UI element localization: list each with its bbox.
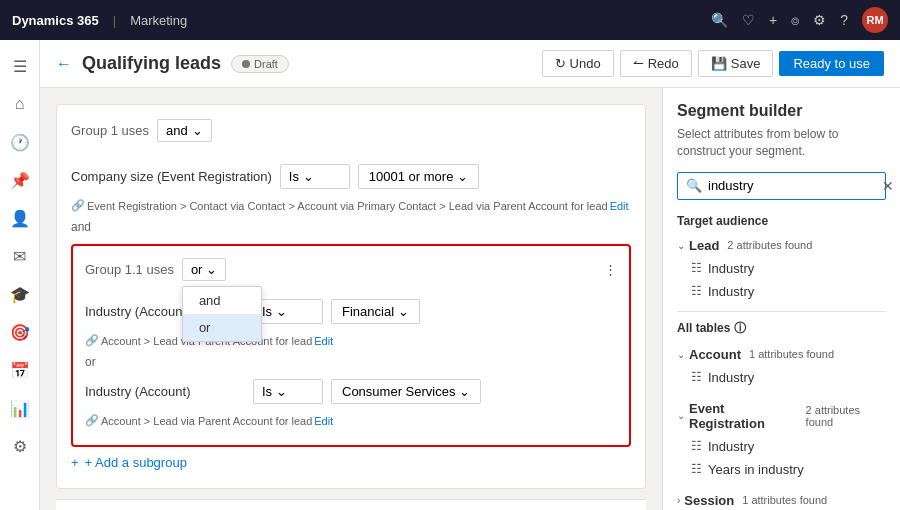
sub-condition1-operator[interactable]: Is ⌄: [253, 299, 323, 324]
event-reg-industry-item[interactable]: ☷ Industry: [691, 435, 886, 458]
canvas-footer: -- members Refresh View sample of includ…: [56, 499, 646, 510]
account-chevron-icon: ⌄: [677, 349, 685, 360]
sub-condition2-op-value: Is: [262, 384, 272, 399]
plus-icon[interactable]: +: [769, 12, 777, 28]
avatar[interactable]: RM: [862, 7, 888, 33]
sidebar-menu-icon[interactable]: ☰: [2, 48, 38, 84]
lead-industry-item-1[interactable]: ☷ Industry: [691, 257, 886, 280]
lead-industry-2-icon: ☷: [691, 284, 702, 298]
undo-button[interactable]: ↻ Undo: [542, 50, 614, 77]
sidebar-home-icon[interactable]: ⌂: [2, 86, 38, 122]
left-sidebar: ☰ ⌂ 🕐 📌 👤 ✉ 🎓 🎯 📅 📊 ⚙: [0, 40, 40, 510]
edit-link-sub-1[interactable]: Edit: [314, 335, 333, 347]
subgroup-condition-row-2: Industry (Account) Is ⌄ Consumer Service…: [85, 371, 617, 412]
redo-icon: ↼: [633, 56, 644, 71]
edit-link-1[interactable]: Edit: [610, 200, 629, 212]
subgroup-more-icon[interactable]: ⋮: [604, 262, 617, 277]
logic-and-label: and: [71, 218, 631, 236]
content-area: Group 1 uses and ⌄ Company size (Event R…: [40, 88, 900, 510]
sidebar-mail-icon[interactable]: ✉: [2, 238, 38, 274]
nav-divider: |: [113, 13, 116, 28]
event-reg-years-icon: ☷: [691, 462, 702, 476]
draft-dot: [242, 60, 250, 68]
redo-label: Redo: [648, 56, 679, 71]
session-section: › Session 1 attributes found: [677, 489, 886, 510]
condition1-val-chevron: ⌄: [457, 169, 468, 184]
attribute-search-input[interactable]: [708, 178, 876, 193]
subgroup-operator-value: or: [191, 262, 203, 277]
sidebar-target-icon[interactable]: 🎯: [2, 314, 38, 350]
condition1-op-value: Is: [289, 169, 299, 184]
lead-industry-1-label: Industry: [708, 261, 754, 276]
session-section-header[interactable]: › Session 1 attributes found: [677, 489, 886, 510]
account-section-title: Account: [689, 347, 741, 362]
bc-icon-sub1: 🔗: [85, 334, 99, 347]
sub-condition2-operator[interactable]: Is ⌄: [253, 379, 323, 404]
save-icon: 💾: [711, 56, 727, 71]
main-content: ← Qualifying leads Draft ↻ Undo ↼ Redo 💾…: [40, 40, 900, 510]
sub-condition1-val-chevron: ⌄: [398, 304, 409, 319]
account-industry-icon: ☷: [691, 370, 702, 384]
sidebar-people-icon[interactable]: 👤: [2, 200, 38, 236]
account-items: ☷ Industry: [677, 366, 886, 389]
dropdown-item-or[interactable]: or: [183, 314, 261, 341]
sub-condition1-op-chevron: ⌄: [276, 304, 287, 319]
save-button[interactable]: 💾 Save: [698, 50, 774, 77]
settings-icon[interactable]: ⚙: [813, 12, 826, 28]
subgroup-operator-dropdown[interactable]: or ⌄: [182, 258, 227, 281]
sidebar-recent-icon[interactable]: 🕐: [2, 124, 38, 160]
sidebar-settings-icon[interactable]: ⚙: [2, 428, 38, 464]
or-btn-wrapper: or ⌄ and or: [182, 258, 227, 281]
lead-section-title: Lead: [689, 238, 719, 253]
lead-industry-item-2[interactable]: ☷ Industry: [691, 280, 886, 303]
sidebar-analytics-icon[interactable]: 📊: [2, 390, 38, 426]
subgroup-uses-label: Group 1.1 uses: [85, 262, 174, 277]
module-name: Marketing: [130, 13, 187, 28]
filter-icon[interactable]: ⌾: [791, 12, 799, 28]
sidebar-calendar-icon[interactable]: 📅: [2, 352, 38, 388]
subgroup-1-1-header: Group 1.1 uses or ⌄ and or: [85, 258, 617, 281]
event-reg-years-item[interactable]: ☷ Years in industry: [691, 458, 886, 481]
bell-icon[interactable]: ♡: [742, 12, 755, 28]
search-icon: 🔍: [686, 178, 702, 193]
event-reg-section-header[interactable]: ⌄ Event Registration 2 attributes found: [677, 397, 886, 435]
back-button[interactable]: ←: [56, 55, 72, 73]
sub-condition1-value[interactable]: Financial ⌄: [331, 299, 420, 324]
event-reg-industry-icon: ☷: [691, 439, 702, 453]
panel-title: Segment builder: [677, 102, 886, 120]
sub-condition2-value[interactable]: Consumer Services ⌄: [331, 379, 481, 404]
condition1-value-dropdown[interactable]: 10001 or more ⌄: [358, 164, 480, 189]
redo-button[interactable]: ↼ Redo: [620, 50, 692, 77]
all-tables-label: All tables ⓘ: [677, 320, 886, 337]
sub-condition1-val: Financial: [342, 304, 394, 319]
search-icon[interactable]: 🔍: [711, 12, 728, 28]
add-subgroup-button[interactable]: + + Add a subgroup: [71, 447, 631, 474]
account-industry-item[interactable]: ☷ Industry: [691, 366, 886, 389]
session-section-count: 1 attributes found: [742, 494, 827, 506]
event-reg-industry-label: Industry: [708, 439, 754, 454]
breadcrumb-1: 🔗 Event Registration > Contact via Conta…: [71, 197, 631, 218]
sidebar-segment-icon[interactable]: 🎓: [2, 276, 38, 312]
breadcrumb-sub-1: 🔗 Account > Lead via Parent Account for …: [85, 332, 617, 353]
bc-text-sub-2: Account > Lead via Parent Account for le…: [101, 415, 312, 427]
event-reg-items: ☷ Industry ☷ Years in industry: [677, 435, 886, 481]
group1-uses-label: Group 1 uses: [71, 123, 149, 138]
attribute-search-box[interactable]: 🔍 ✕: [677, 172, 886, 200]
search-clear-icon[interactable]: ✕: [882, 178, 894, 194]
sidebar-pin-icon[interactable]: 📌: [2, 162, 38, 198]
divider-1: [677, 311, 886, 312]
lead-chevron-icon: ⌄: [677, 240, 685, 251]
condition1-label: Company size (Event Registration): [71, 169, 272, 184]
lead-section-header[interactable]: ⌄ Lead 2 attributes found: [677, 234, 886, 257]
breadcrumb-sub-2: 🔗 Account > Lead via Parent Account for …: [85, 412, 617, 433]
account-section-header[interactable]: ⌄ Account 1 attributes found: [677, 343, 886, 366]
help-icon[interactable]: ?: [840, 12, 848, 28]
dropdown-item-and[interactable]: and: [183, 287, 261, 314]
lead-section-count: 2 attributes found: [727, 239, 812, 251]
logic-or-label: or: [85, 353, 617, 371]
group1-operator-dropdown[interactable]: and ⌄: [157, 119, 212, 142]
ready-button[interactable]: Ready to use: [779, 51, 884, 76]
operator-dropdown-popup: and or: [182, 286, 262, 342]
edit-link-sub-2[interactable]: Edit: [314, 415, 333, 427]
condition1-operator-dropdown[interactable]: Is ⌄: [280, 164, 350, 189]
